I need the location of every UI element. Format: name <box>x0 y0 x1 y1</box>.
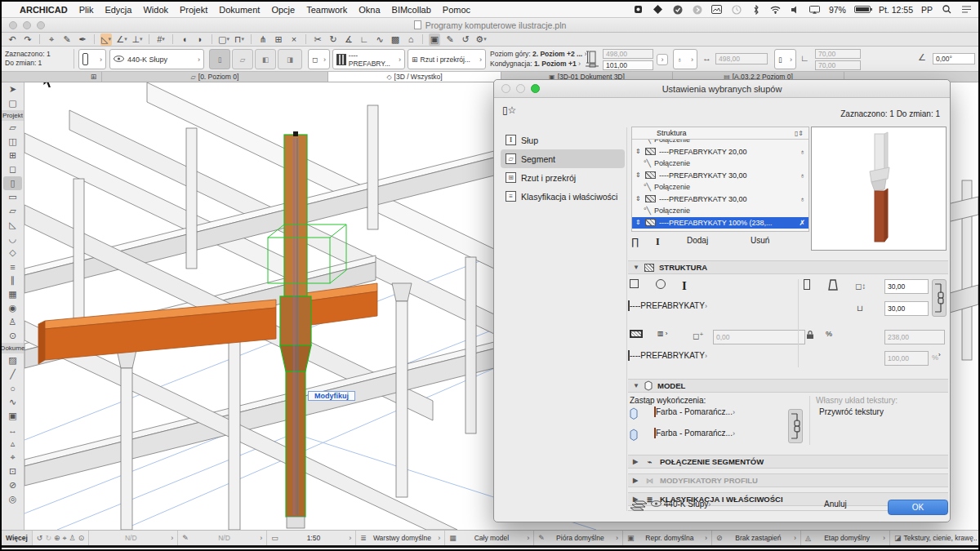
fixed-length-button[interactable] <box>805 330 823 344</box>
story-chevron[interactable]: › <box>578 60 581 68</box>
window-tool-icon[interactable]: ⊞ <box>2 149 24 162</box>
list-row-segment-selected[interactable]: ⇕----PREFABRYKATY 100% (238,...✗ <box>632 217 808 229</box>
shape-profile-button[interactable]: I <box>682 279 705 295</box>
dialog-zoom-button[interactable] <box>531 84 540 93</box>
morph-tool-icon[interactable]: ◇ <box>2 246 24 260</box>
core-only-button[interactable] <box>630 330 654 344</box>
list-row-connection[interactable]: °╲Połączenie <box>632 205 808 217</box>
close-window-button[interactable] <box>9 21 17 29</box>
column-plain-toggle[interactable]: ∏ <box>631 236 653 251</box>
structure-list-header[interactable]: Struktura▯⇕ <box>632 127 808 140</box>
status-seg-1[interactable]: N/D› <box>89 531 178 545</box>
close-x-icon[interactable]: × <box>288 33 300 46</box>
profile-dropdown[interactable]: ----PREFABRY...› <box>332 49 405 69</box>
minimize-window-button[interactable] <box>23 21 31 29</box>
status-layers[interactable]: ≣Warstwy domyślne› <box>356 531 445 545</box>
loop-icon[interactable]: ↺ <box>460 33 471 46</box>
menu-okna[interactable]: Okna <box>359 5 380 15</box>
tab-poziom-0[interactable]: ▱[0. Poziom 0] <box>102 72 328 82</box>
schedule-icon[interactable]: ⊞ <box>273 33 284 46</box>
menu-plik[interactable]: Plik <box>79 5 94 15</box>
figure-tool-icon[interactable]: ▣ <box>2 409 24 423</box>
straight-column-button[interactable] <box>804 279 825 295</box>
zone-tool-icon[interactable]: ◉ <box>2 301 24 315</box>
menu-edycja[interactable]: Edycja <box>105 5 131 15</box>
beam-tool-icon[interactable]: ▭ <box>2 190 24 204</box>
dialog-minimize-button[interactable] <box>516 84 525 93</box>
pickup-parameters-icon[interactable]: ✎ <box>61 33 73 46</box>
column-tool-icon-selected[interactable]: ▯ <box>3 176 22 190</box>
link-finishes-button[interactable] <box>788 409 803 443</box>
menubar-clock[interactable]: Pt. 12:55 <box>879 5 913 15</box>
patch-icon[interactable]: ▩ <box>390 33 401 46</box>
column-shape-button[interactable]: ▯› <box>774 49 796 69</box>
list-row-connection[interactable]: °╲Połączenie <box>632 140 808 146</box>
drawing-tool-icon[interactable]: ⊡ <box>2 464 24 478</box>
forward-icon[interactable]: ↻ <box>45 534 51 542</box>
reorder-handle-icon[interactable]: ⇕ <box>635 148 642 155</box>
reset-texture-button[interactable]: Przywróć tekstury <box>819 407 945 424</box>
camera-tool-icon[interactable]: ◎ <box>2 492 24 506</box>
percent-chevron-button[interactable]: › <box>938 351 949 366</box>
nav-item-slup[interactable]: ISłup <box>501 131 625 149</box>
status-overrides[interactable]: ⊘Brak zastąpień› <box>712 531 801 545</box>
corner-icon[interactable]: ∟ <box>359 33 370 46</box>
menu-bimcollab[interactable]: BIMcollab <box>392 5 431 15</box>
segment-width-field[interactable]: 30,00 <box>884 279 929 294</box>
tab-overview-button[interactable]: ⊞ <box>86 72 102 82</box>
display-mode-dropdown[interactable]: ⊞Rzut i przekrój...› <box>408 49 486 69</box>
length-field[interactable]: 498,00 <box>715 53 768 64</box>
curtain-wall-tool-icon[interactable]: ◻ <box>2 162 24 176</box>
list-row-segment[interactable]: ⇕----PREFABRYKATY 30,00♁ <box>632 170 808 182</box>
gravity-anchor-button[interactable]: ♁› <box>673 49 697 69</box>
walk-icon[interactable]: ♙ <box>69 534 76 542</box>
snap-reference-icon[interactable]: ◗ <box>194 33 206 46</box>
scissors-icon[interactable]: ✂ <box>312 33 323 46</box>
measure-icon[interactable]: ∡ <box>343 33 354 46</box>
fit-view-icon[interactable]: ⊙ <box>78 534 85 542</box>
default-settings-button[interactable]: › <box>78 49 106 69</box>
zoom-in-icon[interactable]: ⊕ <box>54 534 60 542</box>
sort-column-icon[interactable]: ▯⇕ <box>795 130 804 137</box>
status-3d-style[interactable]: ◪Tekstury, cienie, krawę.. <box>890 531 978 545</box>
app-status-icon-2[interactable] <box>653 5 664 15</box>
segment-percent-field[interactable]: 100,00 <box>884 351 929 366</box>
reorder-handle-icon[interactable]: ⇕ <box>635 171 642 179</box>
list-row-segment[interactable]: ⇕----PREFABRYKATY 30,00♁ <box>632 193 808 206</box>
fill-tool-icon[interactable]: ▨ <box>2 353 24 367</box>
back-icon[interactable]: ↺ <box>37 534 43 542</box>
shell-tool-icon[interactable]: ◡ <box>2 232 24 246</box>
finish-ends-button[interactable] <box>630 429 649 445</box>
footer-layer-dropdown[interactable]: 440-K Słupy› <box>651 500 806 515</box>
toolbox-more-button[interactable]: Więcej <box>2 531 33 545</box>
shape-circle-button[interactable] <box>656 279 679 295</box>
orbit-icon[interactable]: ⌖ <box>63 534 67 543</box>
inject-parameters-icon[interactable]: ✒ <box>77 33 88 46</box>
rotate-icon[interactable]: ↻ <box>327 33 339 46</box>
structure-section-header[interactable]: ▼STRUKTURA <box>628 260 948 274</box>
crane-icon[interactable]: ⋔ <box>257 33 269 46</box>
home-icon[interactable]: ⌂ <box>405 33 416 46</box>
menu-opcje[interactable]: Opcje <box>271 5 295 15</box>
guide-lines-icon[interactable]: ◖ <box>179 33 190 46</box>
link-dimensions-button[interactable] <box>932 279 947 317</box>
veneer-button[interactable]: ▥ › <box>657 330 680 344</box>
geometry-method-3-button[interactable]: ◧ <box>255 49 276 69</box>
photos-icon[interactable] <box>711 5 723 15</box>
nav-item-segment[interactable]: ▱Segment <box>501 149 625 168</box>
app-status-icon-1[interactable] <box>633 5 644 15</box>
nav-item-rzut[interactable]: ⊞Rzut i przekrój <box>501 168 625 187</box>
percent-length-button[interactable]: % <box>826 330 844 344</box>
menu-teamwork[interactable]: Teamwork <box>306 5 347 15</box>
stair-tool-icon[interactable]: ≡ <box>2 260 24 273</box>
status-model-filter[interactable]: ▦Cały model› <box>445 531 534 545</box>
profile-modifiers-section-header[interactable]: ▶⋈MODYFIKATORY PROFILU <box>628 473 948 487</box>
gear-icon[interactable]: ⚙▾ <box>475 33 487 46</box>
bluetooth-icon[interactable] <box>751 5 762 15</box>
geometry-method-2-button[interactable]: ▱ <box>232 49 253 69</box>
airplay-display-icon[interactable] <box>809 5 821 15</box>
freehand-icon[interactable]: ∿ <box>374 33 385 46</box>
railing-tool-icon[interactable]: ∥ <box>2 273 24 287</box>
menu-app-name[interactable]: ARCHICAD <box>20 5 68 15</box>
top-level-value[interactable]: 2. Poziom +2 ... <box>532 50 582 58</box>
